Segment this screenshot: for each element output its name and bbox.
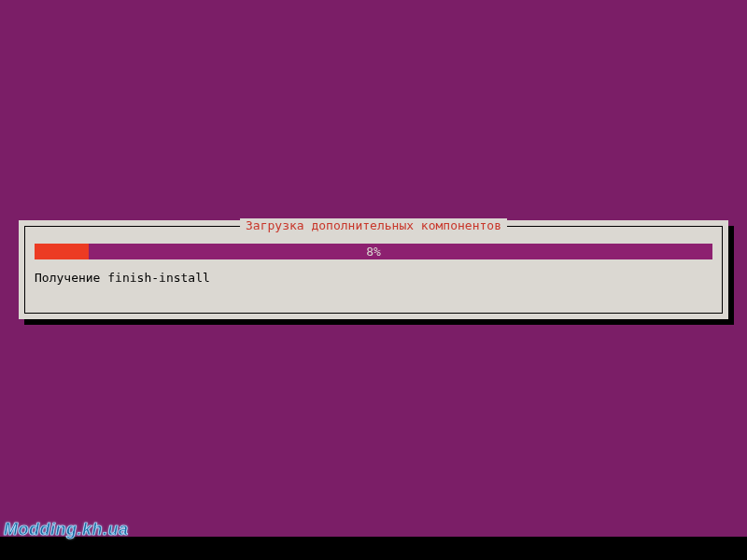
progress-bar: 8%: [35, 244, 712, 259]
progress-percent-label: 8%: [35, 244, 712, 259]
progress-dialog: Загрузка дополнительных компонентов 8% П…: [19, 220, 728, 319]
status-text: Получение finish-install: [35, 271, 712, 285]
dialog-container: Загрузка дополнительных компонентов 8% П…: [19, 220, 728, 319]
bottom-black-band: [0, 537, 747, 560]
watermark-text: Modding.kh.ua: [4, 520, 128, 539]
dialog-border: Загрузка дополнительных компонентов 8% П…: [24, 226, 723, 314]
dialog-title: Загрузка дополнительных компонентов: [240, 218, 507, 232]
